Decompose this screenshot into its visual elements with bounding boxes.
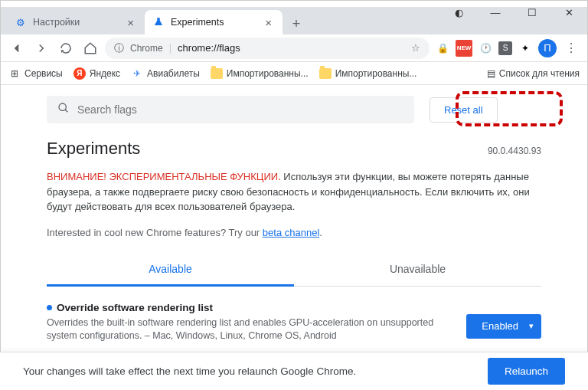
new-tab-button[interactable]: + — [286, 13, 307, 34]
minimize-button[interactable]: — — [484, 5, 507, 20]
search-input[interactable] — [77, 103, 403, 116]
yandex-icon: Я — [74, 67, 86, 80]
plane-icon: ✈ — [131, 67, 143, 80]
folder-icon — [211, 68, 223, 79]
flag-modified-dot — [47, 305, 52, 310]
tab-unavailable[interactable]: Unavailable — [294, 254, 541, 286]
extension-icon[interactable]: S — [498, 41, 512, 55]
forward-button[interactable] — [31, 38, 51, 58]
bookmark-flights[interactable]: ✈Авиабилеты — [131, 67, 200, 80]
search-flags-box[interactable] — [47, 96, 414, 123]
back-button[interactable] — [7, 38, 27, 58]
tab-settings[interactable]: ⚙ Настройки × — [7, 10, 145, 34]
extension-new-icon[interactable]: NEW — [456, 40, 472, 57]
search-icon — [57, 102, 70, 117]
tab-available[interactable]: Available — [47, 254, 294, 287]
close-tab-icon[interactable]: × — [124, 16, 137, 29]
toolbar: ⓘ Chrome | chrome://flags ☆ 🔒 NEW 🕐 S ✦ … — [1, 34, 587, 62]
profile-avatar[interactable]: П — [538, 39, 557, 57]
tab-experiments[interactable]: Experiments × — [145, 10, 283, 34]
bookmark-folder[interactable]: Импортированны... — [319, 68, 417, 79]
extension-icon[interactable]: 🕐 — [477, 40, 494, 57]
svg-point-0 — [59, 103, 66, 110]
relaunch-message: Your changes will take effect the next t… — [23, 365, 356, 377]
tab-title: Настройки — [33, 17, 80, 28]
warning-heading: ВНИМАНИЕ! ЭКСПЕРИМЕНТАЛЬНЫЕ ФУНКЦИИ. — [47, 171, 281, 182]
reset-all-button[interactable]: Reset all — [430, 97, 498, 123]
url-text: chrome://flags — [178, 42, 240, 54]
version-label: 90.0.4430.93 — [488, 146, 541, 156]
secure-label: Chrome — [130, 43, 163, 54]
gear-icon: ⚙ — [15, 16, 27, 28]
flag-entry: Override software rendering list Overrid… — [1, 287, 587, 343]
bookmark-apps[interactable]: ⊞Сервисы — [8, 67, 63, 80]
apps-icon: ⊞ — [8, 67, 21, 80]
flask-icon — [152, 16, 165, 28]
folder-icon — [319, 68, 332, 79]
tab-title: Experiments — [171, 17, 224, 28]
close-window-button[interactable]: ✕ — [557, 5, 580, 20]
flag-name: Override software rendering list — [47, 302, 451, 313]
bookmark-yandex[interactable]: ЯЯндекс — [74, 67, 120, 80]
warning-text: ВНИМАНИЕ! ЭКСПЕРИМЕНТАЛЬНЫЕ ФУНКЦИИ. Исп… — [47, 169, 541, 215]
beta-channel-link[interactable]: beta channel — [263, 227, 319, 238]
beta-channel-text: Interested in cool new Chrome features? … — [47, 227, 541, 238]
relaunch-button[interactable]: Relaunch — [488, 358, 565, 385]
extension-icon[interactable]: 🔒 — [434, 40, 451, 57]
page-content: Reset all Experiments 90.0.4430.93 ВНИМА… — [1, 85, 587, 351]
address-bar[interactable]: ⓘ Chrome | chrome://flags ☆ — [105, 38, 430, 59]
menu-button[interactable]: ⋮ — [561, 38, 581, 58]
reload-button[interactable] — [56, 38, 76, 58]
star-icon[interactable]: ☆ — [411, 42, 420, 54]
extensions-menu-icon[interactable]: ✦ — [517, 40, 534, 57]
globe-icon[interactable]: ◐ — [447, 5, 470, 20]
relaunch-bar: Your changes will take effect the next t… — [0, 352, 588, 390]
bookmarks-bar: ⊞Сервисы ЯЯндекс ✈Авиабилеты Импортирова… — [1, 62, 587, 85]
reading-list-button[interactable]: ▤Список для чтения — [487, 68, 580, 79]
site-info-icon[interactable]: ⓘ — [114, 41, 124, 55]
maximize-button[interactable]: ☐ — [521, 5, 544, 20]
list-icon: ▤ — [487, 68, 495, 79]
close-tab-icon[interactable]: × — [262, 16, 275, 29]
flag-description: Overrides the built-in software renderin… — [47, 316, 451, 343]
home-button[interactable] — [80, 38, 100, 58]
page-title: Experiments — [47, 139, 140, 159]
flag-state-select[interactable]: Enabled — [466, 314, 541, 339]
bookmark-folder[interactable]: Импортированны... — [211, 68, 309, 79]
